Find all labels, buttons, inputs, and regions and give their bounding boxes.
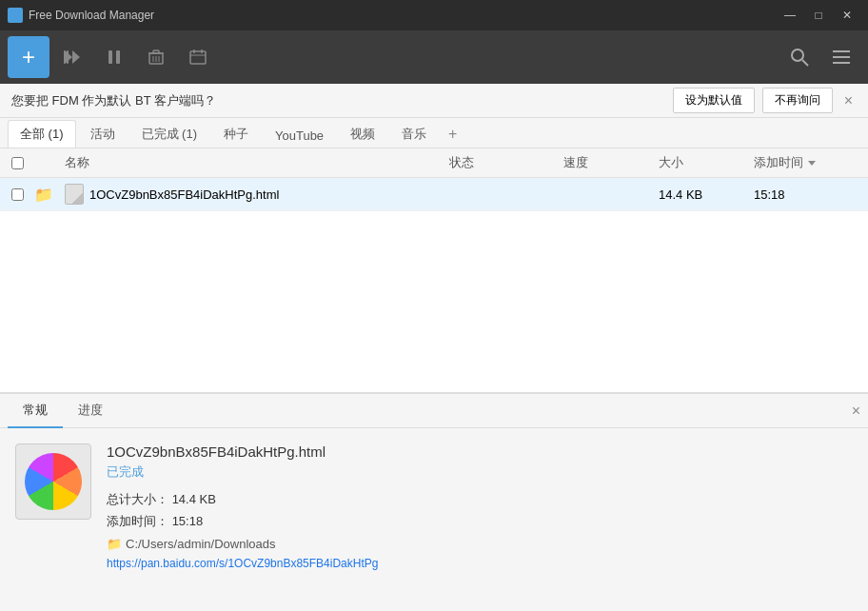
list-header: 名称 状态 速度 大小 添加时间 (0, 148, 868, 178)
table-row[interactable]: 📁 1OCvZ9bnBx85FB4iDakHtPg.html 14.4 KB 1… (0, 178, 868, 211)
header-status: 状态 (449, 154, 563, 171)
folder-icon: 📁 (107, 537, 122, 551)
svg-rect-5 (116, 50, 120, 64)
title-bar-left: Free Download Manager (8, 8, 154, 23)
notification-text: 您要把 FDM 作为默认 BT 客户端吗？ (11, 92, 665, 109)
app-title: Free Download Manager (29, 9, 154, 22)
notification-close-button[interactable]: × (840, 92, 857, 109)
tab-all[interactable]: 全部 (1) (8, 120, 76, 148)
row-check[interactable] (0, 188, 34, 201)
notification-bar: 您要把 FDM 作为默认 BT 客户端吗？ 设为默认值 不再询问 × (0, 84, 868, 118)
detail-url[interactable]: https://pan.baidu.com/s/1OCvZ9bnBx85FB4i… (107, 557, 853, 570)
row-checkbox[interactable] (11, 188, 24, 201)
maximize-button[interactable]: □ (805, 5, 832, 26)
detail-panel: 常规 进度 × 1OCvZ9bnBx85FB4iDakHtPg.html 已完成… (0, 392, 868, 611)
time-added-value: 15:18 (172, 514, 204, 528)
row-filename: 1OCvZ9bnBx85FB4iDakHtPg.html (57, 184, 449, 205)
detail-tab-general[interactable]: 常规 (8, 394, 63, 428)
tab-active[interactable]: 活动 (78, 120, 128, 148)
detail-meta: 总计大小： 14.4 KB 添加时间： 15:18 (107, 488, 853, 533)
detail-tab-progress[interactable]: 进度 (63, 394, 118, 428)
search-button[interactable] (780, 38, 819, 76)
row-folder-icon: 📁 (34, 186, 57, 204)
download-list: 📁 1OCvZ9bnBx85FB4iDakHtPg.html 14.4 KB 1… (0, 178, 868, 392)
detail-tabs: 常规 进度 × (0, 394, 868, 428)
file-type-icon (65, 184, 84, 205)
tab-completed[interactable]: 已完成 (1) (129, 120, 210, 148)
tab-youtube[interactable]: YouTube (263, 123, 336, 148)
tab-bar: 全部 (1) 活动 已完成 (1) 种子 YouTube 视频 音乐 + (0, 118, 868, 148)
minimize-button[interactable]: — (777, 5, 803, 26)
row-time: 15:18 (754, 187, 868, 202)
resume-button[interactable] (53, 38, 91, 76)
pause-button[interactable] (95, 38, 133, 76)
row-size: 14.4 KB (659, 187, 754, 202)
filename-text: 1OCvZ9bnBx85FB4iDakHtPg.html (89, 187, 279, 202)
detail-folder: 📁 C:/Users/admin/Downloads (107, 537, 853, 551)
search-icon (790, 48, 809, 67)
header-time-added: 添加时间 (754, 154, 868, 171)
tab-music[interactable]: 音乐 (389, 120, 439, 148)
folder-path: C:/Users/admin/Downloads (126, 537, 276, 551)
header-size: 大小 (659, 154, 754, 171)
title-bar: Free Download Manager — □ ✕ (0, 0, 868, 30)
svg-line-17 (802, 60, 808, 66)
time-added-label: 添加时间： (107, 514, 168, 528)
tab-add-button[interactable]: + (441, 121, 464, 148)
app-icon (8, 8, 23, 23)
hamburger-icon (832, 49, 851, 65)
header-name: 名称 (57, 154, 449, 171)
detail-filename: 1OCvZ9bnBx85FB4iDakHtPg.html (107, 443, 853, 460)
trash-icon (148, 49, 165, 66)
svg-marker-1 (72, 50, 80, 64)
clock-icon (189, 49, 207, 66)
sort-icon (807, 158, 817, 168)
window-controls[interactable]: — □ ✕ (777, 5, 860, 26)
add-button[interactable]: + (8, 36, 49, 78)
detail-content: 1OCvZ9bnBx85FB4iDakHtPg.html 已完成 总计大小： 1… (0, 428, 868, 585)
svg-rect-4 (108, 50, 112, 64)
header-check[interactable] (0, 157, 34, 169)
svg-point-16 (792, 49, 803, 61)
detail-close-button[interactable]: × (852, 403, 860, 420)
download-area: 名称 状态 速度 大小 添加时间 📁 1OCvZ9bnBx85FB4iDakHt (0, 148, 868, 392)
main-content: 您要把 FDM 作为默认 BT 客户端吗？ 设为默认值 不再询问 × 全部 (1… (0, 84, 868, 611)
total-size-label: 总计大小： (107, 492, 168, 506)
pause-icon (107, 49, 122, 65)
delete-button[interactable] (137, 38, 175, 76)
set-default-button[interactable]: 设为默认值 (673, 88, 755, 113)
svg-marker-21 (808, 161, 816, 166)
total-size-value: 14.4 KB (172, 492, 216, 506)
detail-status: 已完成 (107, 463, 853, 481)
dont-ask-button[interactable]: 不再询问 (762, 88, 833, 113)
detail-info: 1OCvZ9bnBx85FB4iDakHtPg.html 已完成 总计大小： 1… (107, 443, 853, 570)
svg-rect-3 (67, 50, 69, 64)
detail-thumbnail (15, 443, 91, 520)
svg-rect-8 (153, 50, 159, 53)
svg-rect-2 (64, 50, 66, 64)
tab-torrent[interactable]: 种子 (211, 120, 261, 148)
schedule-button[interactable] (179, 38, 217, 76)
menu-button[interactable] (822, 38, 860, 76)
close-button[interactable]: ✕ (834, 5, 860, 26)
svg-rect-12 (190, 51, 206, 64)
select-all-checkbox[interactable] (11, 157, 24, 169)
play-icon (63, 49, 82, 65)
toolbar: + (0, 30, 868, 84)
tab-video[interactable]: 视频 (338, 120, 387, 148)
color-wheel-icon (25, 453, 82, 510)
header-speed: 速度 (563, 154, 659, 171)
